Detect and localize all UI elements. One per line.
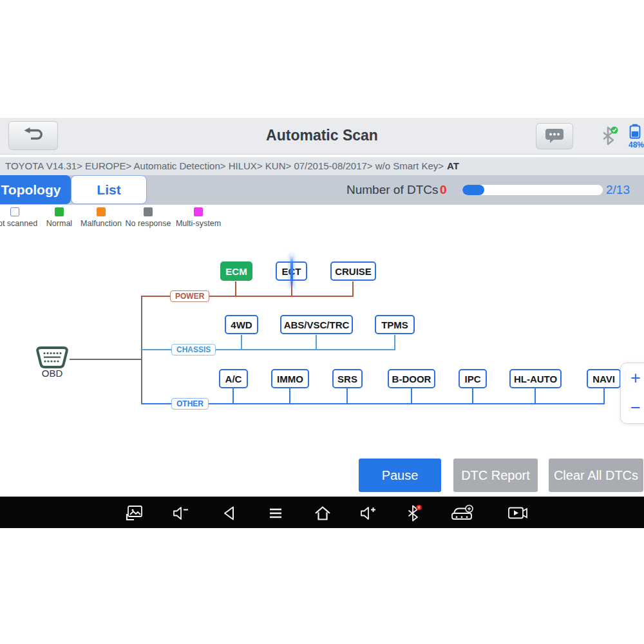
legend-swatch-malfunction — [97, 207, 106, 216]
zoom-out-button[interactable]: − — [621, 393, 644, 424]
feedback-button[interactable] — [536, 123, 573, 149]
ecu-node-cruise[interactable]: CRUISE — [330, 261, 376, 281]
connector-immo — [289, 388, 290, 403]
battery-icon — [629, 124, 641, 139]
connector-tpms — [394, 335, 395, 349]
connector-srs — [346, 388, 348, 403]
menu-icon[interactable] — [266, 497, 285, 529]
ecu-node-tpms[interactable]: TPMS — [375, 315, 415, 334]
obd-label: OBD — [35, 368, 70, 379]
battery-percent: 48% — [629, 140, 644, 149]
screenshot-icon[interactable] — [124, 497, 146, 529]
obd-feed-line — [70, 359, 142, 360]
tab-list[interactable]: List — [71, 175, 147, 204]
bluetooth-nav-icon[interactable] — [405, 497, 424, 529]
scan-progress-fill — [462, 185, 484, 195]
zoom-panel: + − — [620, 363, 644, 424]
screen-record-icon[interactable] — [506, 497, 529, 529]
vehicle-diagnostics-icon[interactable] — [450, 497, 475, 529]
ecu-node-abs-vsc-trc[interactable]: ABS/VSC/TRC — [280, 315, 353, 334]
scan-beam — [290, 254, 293, 288]
bluetooth-connected-icon[interactable] — [601, 125, 618, 147]
breadcrumb: TOYOTA V14.31> EUROPE> Automatic Detecti… — [0, 157, 644, 175]
connector-bdoor — [411, 388, 412, 403]
clear-all-dtcs-button[interactable]: Clear All DTCs — [549, 459, 643, 492]
bus-other — [142, 403, 605, 404]
breadcrumb-current: AT — [447, 160, 459, 171]
legend-swatch-normal — [55, 207, 64, 216]
ecu-node-ipc[interactable]: IPC — [459, 369, 487, 388]
connector-abs — [316, 335, 317, 349]
automatic-scan-screen: Automatic Scan — [0, 0, 644, 644]
ecu-node-ecm[interactable]: ECM — [220, 261, 252, 281]
ecu-node-4wd[interactable]: 4WD — [225, 315, 258, 334]
legend-item-multi-system: Multi-system — [163, 207, 234, 228]
ecu-node-immo[interactable]: IMMO — [271, 369, 309, 388]
legend-swatch-no-response — [144, 207, 153, 216]
scan-progress-text: 2/13 — [606, 175, 630, 205]
breadcrumb-path: TOYOTA V14.31> EUROPE> Automatic Detecti… — [5, 160, 444, 171]
dtc-count-value: 0 — [440, 175, 447, 205]
dtc-count-label: Number of DTCs — [346, 175, 439, 205]
ecu-node-navi[interactable]: NAVI — [587, 369, 621, 388]
ecu-node-srs[interactable]: SRS — [332, 369, 363, 388]
battery-indicator: 48% — [629, 124, 644, 149]
tab-topology[interactable]: Topology — [0, 175, 71, 204]
pause-button[interactable]: Pause — [359, 459, 441, 492]
android-navbar — [0, 497, 644, 528]
branch-label-chassis: CHASSIS — [171, 344, 216, 355]
connector-navi — [603, 388, 605, 403]
connector-hlauto — [535, 388, 536, 403]
legend-swatch-not-scanned — [10, 207, 19, 216]
connector-ecm — [235, 281, 236, 296]
connector-ac — [232, 388, 234, 403]
connector-ipc — [472, 388, 473, 403]
ecu-node-hlauto[interactable]: HL-AUTO — [509, 369, 562, 388]
back-nav-icon[interactable] — [220, 497, 239, 529]
volume-up-icon[interactable] — [358, 497, 379, 529]
message-bubble-icon — [545, 127, 564, 146]
ecu-node-bdoor[interactable]: B-DOOR — [388, 369, 435, 388]
legend-swatch-multi-system — [194, 207, 203, 216]
branch-label-other: OTHER — [171, 398, 209, 410]
connector-4wd — [241, 335, 242, 349]
volume-down-icon[interactable] — [171, 497, 191, 529]
connector-cruise — [352, 281, 354, 296]
home-icon[interactable] — [312, 497, 333, 529]
dtc-report-button[interactable]: DTC Report — [453, 459, 538, 492]
branch-label-power: POWER — [170, 290, 209, 302]
ecu-node-ac[interactable]: A/C — [219, 369, 248, 388]
obd-connector-icon — [35, 346, 70, 369]
tab-bar: Topology List Number of DTCs 0 2/13 — [0, 175, 644, 205]
scan-progress-bar — [462, 185, 603, 195]
zoom-in-button[interactable]: + — [621, 363, 644, 393]
header-bar: Automatic Scan — [0, 118, 644, 155]
